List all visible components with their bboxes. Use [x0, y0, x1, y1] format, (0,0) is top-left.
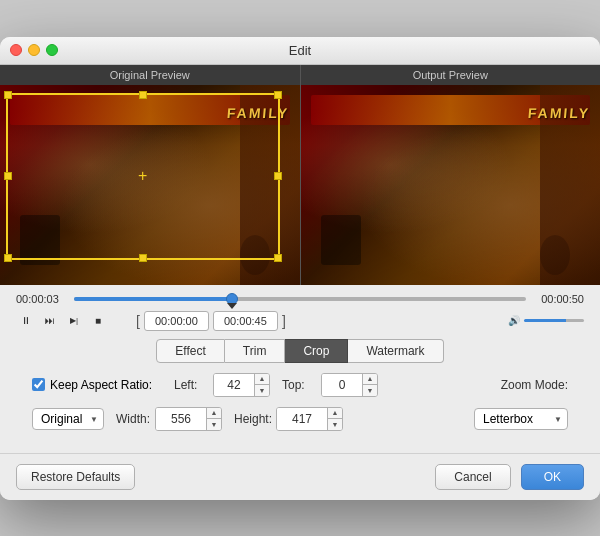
crop-handle-br[interactable]	[274, 254, 282, 262]
original-preview-content: +	[0, 85, 300, 285]
height-spinners: ▲ ▼	[327, 408, 342, 430]
height-label: Height:	[234, 412, 272, 426]
footer: Restore Defaults Cancel OK	[0, 453, 600, 500]
height-field-group: Height: ▲ ▼	[234, 407, 343, 431]
crop-handle-tm[interactable]	[139, 91, 147, 99]
width-input[interactable]	[156, 408, 206, 430]
minimize-button[interactable]	[28, 44, 40, 56]
crop-row-2: Original 4:3 16:9 Custom ▼ Width: ▲ ▼	[32, 407, 568, 431]
playhead-marker	[227, 303, 237, 309]
width-field-group: Width: ▲ ▼	[116, 407, 222, 431]
close-button[interactable]	[10, 44, 22, 56]
timeline-track[interactable]	[74, 297, 526, 301]
preset-select[interactable]: Original 4:3 16:9 Custom	[32, 408, 104, 430]
keep-aspect-ratio-label[interactable]: Keep Aspect Ratio:	[32, 378, 162, 392]
restore-defaults-button[interactable]: Restore Defaults	[16, 464, 135, 490]
trim-bracket-left: [	[136, 313, 140, 329]
preset-select-wrap: Original 4:3 16:9 Custom ▼	[32, 408, 104, 430]
trim-start-input[interactable]	[144, 311, 209, 331]
width-input-wrap: ▲ ▼	[155, 407, 222, 431]
top-input-wrap: ▲ ▼	[321, 373, 378, 397]
window-controls	[10, 44, 58, 56]
output-video-frame	[301, 85, 601, 285]
left-input-wrap: ▲ ▼	[213, 373, 270, 397]
width-spinner-down[interactable]: ▼	[207, 419, 221, 430]
trim-end-input[interactable]	[213, 311, 278, 331]
top-spinner-down[interactable]: ▼	[363, 385, 377, 396]
crop-overlay[interactable]: +	[6, 93, 280, 260]
footer-right: Cancel OK	[435, 464, 584, 490]
main-window: Edit Original Preview	[0, 37, 600, 500]
tabs-row: Effect Trim Crop Watermark	[16, 339, 584, 363]
height-input[interactable]	[277, 408, 327, 430]
zoom-mode-label: Zoom Mode:	[501, 378, 568, 392]
trim-section: [ ]	[136, 311, 286, 331]
controls-area: 00:00:03 00:00:50 ⏸ ⏭ ▶| ■ [ ]	[0, 285, 600, 447]
timeline-end-time: 00:00:50	[534, 293, 584, 305]
crop-handle-tr[interactable]	[274, 91, 282, 99]
step-forward-button[interactable]: ⏭	[40, 311, 60, 331]
volume-section: 🔊	[508, 315, 584, 326]
timeline-start-time: 00:00:03	[16, 293, 66, 305]
width-spinners: ▲ ▼	[206, 408, 221, 430]
crop-handle-bl[interactable]	[4, 254, 12, 262]
letterbox-wrap: Letterbox Pan & Scan Fill ▼	[474, 408, 568, 430]
top-input[interactable]	[322, 374, 362, 396]
play-controls: ⏸ ⏭ ▶| ■	[16, 311, 108, 331]
letterbox-select[interactable]: Letterbox Pan & Scan Fill	[474, 408, 568, 430]
tab-crop[interactable]: Crop	[285, 339, 348, 363]
crop-handle-tl[interactable]	[4, 91, 12, 99]
tab-watermark[interactable]: Watermark	[348, 339, 443, 363]
crop-handle-mr[interactable]	[274, 172, 282, 180]
output-preview-content	[301, 85, 601, 285]
left-spinners: ▲ ▼	[254, 374, 269, 396]
left-label: Left:	[174, 378, 209, 392]
crop-center-marker: +	[138, 168, 147, 184]
width-label: Width:	[116, 412, 151, 426]
titlebar: Edit	[0, 37, 600, 65]
height-input-wrap: ▲ ▼	[276, 407, 343, 431]
pause-button[interactable]: ⏸	[16, 311, 36, 331]
crop-settings: Keep Aspect Ratio: Left: ▲ ▼ Top:	[16, 373, 584, 431]
left-spinner-down[interactable]: ▼	[255, 385, 269, 396]
play-button[interactable]: ▶|	[64, 311, 84, 331]
left-spinner-up[interactable]: ▲	[255, 374, 269, 385]
left-input[interactable]	[214, 374, 254, 396]
trim-bracket-right: ]	[282, 313, 286, 329]
tab-effect[interactable]: Effect	[156, 339, 224, 363]
crop-handle-bm[interactable]	[139, 254, 147, 262]
keep-aspect-ratio-checkbox[interactable]	[32, 378, 45, 391]
ok-button[interactable]: OK	[521, 464, 584, 490]
preview-area: Original Preview	[0, 65, 600, 285]
letterbox-select-wrap: Letterbox Pan & Scan Fill ▼	[474, 408, 568, 430]
playback-row: ⏸ ⏭ ▶| ■ [ ] 🔊	[16, 311, 584, 331]
original-preview-label: Original Preview	[0, 65, 300, 85]
window-title: Edit	[289, 43, 311, 58]
left-field-group: Left: ▲ ▼	[174, 373, 270, 397]
original-preview-panel: Original Preview	[0, 65, 300, 285]
top-label: Top:	[282, 378, 317, 392]
top-spinners: ▲ ▼	[362, 374, 377, 396]
maximize-button[interactable]	[46, 44, 58, 56]
stop-button[interactable]: ■	[88, 311, 108, 331]
volume-icon: 🔊	[508, 315, 520, 326]
top-spinner-up[interactable]: ▲	[363, 374, 377, 385]
height-spinner-up[interactable]: ▲	[328, 408, 342, 419]
cancel-button[interactable]: Cancel	[435, 464, 510, 490]
height-spinner-down[interactable]: ▼	[328, 419, 342, 430]
crop-row-1: Keep Aspect Ratio: Left: ▲ ▼ Top:	[32, 373, 568, 397]
tab-trim[interactable]: Trim	[225, 339, 286, 363]
output-preview-label: Output Preview	[301, 65, 601, 85]
output-preview-panel: Output Preview	[301, 65, 601, 285]
volume-slider[interactable]	[524, 319, 584, 322]
top-field-group: Top: ▲ ▼	[282, 373, 378, 397]
width-spinner-up[interactable]: ▲	[207, 408, 221, 419]
timeline-progress	[74, 297, 232, 301]
timeline-row: 00:00:03 00:00:50	[16, 293, 584, 305]
crop-handle-ml[interactable]	[4, 172, 12, 180]
